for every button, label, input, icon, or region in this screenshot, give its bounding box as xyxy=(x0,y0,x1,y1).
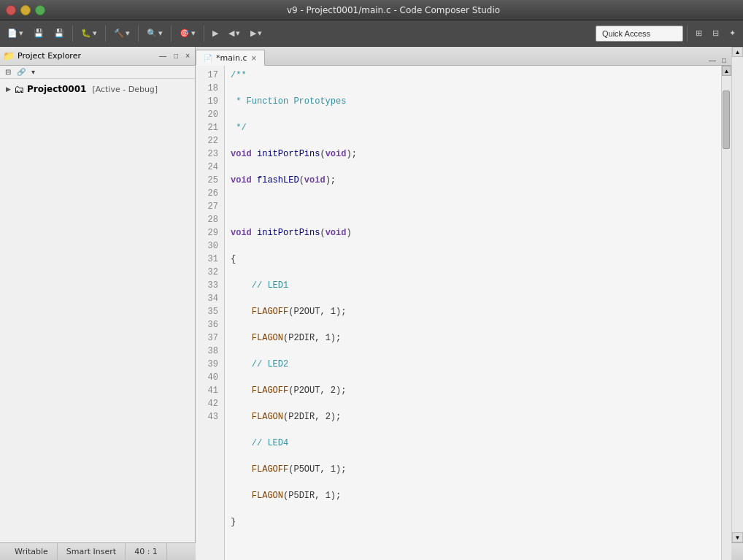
perspective2-icon: ⊟ xyxy=(712,28,719,38)
project-explorer-close[interactable]: × xyxy=(183,51,192,61)
code-line-32: FLAGOFF(P5OUT, 1); xyxy=(231,463,715,476)
line-num-18: 18 xyxy=(199,82,218,95)
writable-text: Writable xyxy=(15,547,48,556)
status-writable: Writable xyxy=(6,543,58,560)
insert-mode-text: Smart Insert xyxy=(66,547,116,556)
code-line-30: FLAGON(P2DIR, 2); xyxy=(231,410,715,423)
project-explorer-maximize[interactable]: □ xyxy=(172,51,180,61)
run-button[interactable]: ▶ xyxy=(208,24,223,43)
editor-maximize[interactable]: □ xyxy=(720,55,728,65)
code-line-27: FLAGON(P2DIR, 1); xyxy=(231,331,715,345)
build-icon: 🔨 xyxy=(114,28,124,38)
editor-minimize[interactable]: — xyxy=(707,55,718,65)
back-button[interactable]: ◀▾ xyxy=(224,24,245,43)
new-icon: 📄 xyxy=(7,28,18,38)
scroll-up-button[interactable]: ▲ xyxy=(722,66,731,76)
target-arrow: ▾ xyxy=(191,28,196,38)
code-line-19: */ xyxy=(231,121,715,134)
toolbar: 📄▾ 💾 💾 🐛▾ 🔨▾ 🔍▾ 🎯▾ ▶ ◀▾ ▶▾ ⊞ ⊟ ✦ xyxy=(0,20,743,47)
main-c-tab[interactable]: 📄 *main.c × xyxy=(196,50,265,66)
line-num-29: 29 xyxy=(199,226,218,239)
line-num-42: 42 xyxy=(199,397,218,410)
explorer-content: ▶ 🗂 Project0001 [Active - Debug] xyxy=(0,79,195,542)
code-content[interactable]: /** * Function Prototypes */ void initPo… xyxy=(225,66,721,560)
main-area: 📁 Project Explorer — □ × ⊟ 🔗 ▾ ▶ 🗂 Proje… xyxy=(0,47,743,542)
line-num-22: 22 xyxy=(199,134,218,147)
status-position: 40 : 1 xyxy=(126,543,167,560)
back-icon: ◀ xyxy=(228,28,234,38)
code-line-28: // LED2 xyxy=(231,358,715,371)
explorer-toolbar: ⊟ 🔗 ▾ xyxy=(0,66,195,79)
build-arrow: ▾ xyxy=(126,28,130,38)
code-line-25: // LED1 xyxy=(231,279,715,292)
code-line-24: { xyxy=(231,253,715,266)
ruler-track xyxy=(732,57,743,532)
line-num-39: 39 xyxy=(199,358,218,371)
code-line-31: // LED4 xyxy=(231,437,715,450)
debug-button[interactable]: 🐛▾ xyxy=(77,24,101,43)
perspective3-button[interactable]: ✦ xyxy=(725,24,740,43)
line-num-25: 25 xyxy=(199,174,218,187)
forward-icon: ▶ xyxy=(250,28,256,38)
line-num-40: 40 xyxy=(199,371,218,384)
build-button[interactable]: 🔨▾ xyxy=(109,24,134,43)
project-explorer-minimize[interactable]: — xyxy=(157,51,169,61)
line-num-41: 41 xyxy=(199,384,218,397)
explorer-menu-button[interactable]: ▾ xyxy=(29,67,37,77)
ruler-down[interactable]: ▼ xyxy=(732,532,743,542)
line-num-26: 26 xyxy=(199,187,218,200)
code-line-20: void initPortPins(void); xyxy=(231,147,715,161)
collapse-all-button[interactable]: ⊟ xyxy=(3,67,13,77)
sep5 xyxy=(204,26,204,42)
save-button[interactable]: 💾 xyxy=(29,24,48,43)
project-icon: 🗂 xyxy=(14,83,24,95)
code-editor[interactable]: 17 18 19 20 21 22 23 24 25 26 27 28 29 3… xyxy=(196,66,731,560)
line-num-19: 19 xyxy=(199,95,218,108)
perspective-icon: ⊞ xyxy=(696,28,702,38)
line-num-20: 20 xyxy=(199,108,218,121)
code-line-21: void flashLED(void); xyxy=(231,174,715,187)
project-item[interactable]: ▶ 🗂 Project0001 [Active - Debug] xyxy=(0,82,195,96)
close-button[interactable] xyxy=(6,5,16,15)
debug-icon: 🐛 xyxy=(81,28,91,38)
tab-icon: 📄 xyxy=(204,54,212,62)
target-icon: 🎯 xyxy=(180,28,190,38)
quick-access-input[interactable] xyxy=(596,26,683,42)
scrollbar-track[interactable] xyxy=(722,76,731,560)
code-line-34: } xyxy=(231,515,715,529)
debug-arrow: ▾ xyxy=(93,28,97,38)
scrollbar-thumb[interactable] xyxy=(723,91,730,149)
tab-label: *main.c xyxy=(216,53,247,63)
minimize-button[interactable] xyxy=(20,5,31,15)
position-text: 40 : 1 xyxy=(134,547,158,556)
line-num-36: 36 xyxy=(199,318,218,331)
code-line-29: FLAGOFF(P2OUT, 2); xyxy=(231,384,715,397)
line-numbers: 17 18 19 20 21 22 23 24 25 26 27 28 29 3… xyxy=(196,66,225,560)
line-num-35: 35 xyxy=(199,305,218,318)
forward-button[interactable]: ▶▾ xyxy=(246,24,266,43)
save-all-button[interactable]: 💾 xyxy=(50,24,69,43)
new-arrow: ▾ xyxy=(19,28,23,38)
line-num-21: 21 xyxy=(199,121,218,134)
sep2 xyxy=(105,26,106,42)
sep6 xyxy=(687,26,688,42)
link-editor-button[interactable]: 🔗 xyxy=(15,67,28,77)
target-button[interactable]: 🎯▾ xyxy=(175,24,200,43)
search-arrow: ▾ xyxy=(158,28,163,38)
ruler-up[interactable]: ▲ xyxy=(732,47,743,57)
overview-ruler: ▲ ▼ xyxy=(731,47,743,542)
new-button[interactable]: 📄▾ xyxy=(3,24,28,43)
maximize-button[interactable] xyxy=(35,5,45,15)
perspective-button[interactable]: ⊞ xyxy=(691,24,707,43)
search-button[interactable]: 🔍▾ xyxy=(142,24,167,43)
line-num-32: 32 xyxy=(199,266,218,279)
editor-scrollbar[interactable]: ▲ ▼ xyxy=(721,66,731,560)
code-line-22 xyxy=(231,200,715,213)
back-arrow: ▾ xyxy=(236,28,240,38)
project-explorer-icon: 📁 xyxy=(3,50,15,61)
project-explorer-panel: 📁 Project Explorer — □ × ⊟ 🔗 ▾ ▶ 🗂 Proje… xyxy=(0,47,196,542)
perspective2-button[interactable]: ⊟ xyxy=(708,24,723,43)
tab-close[interactable]: × xyxy=(251,54,257,62)
save-all-icon: 💾 xyxy=(54,28,64,38)
project-explorer-header: 📁 Project Explorer — □ × xyxy=(0,47,195,66)
